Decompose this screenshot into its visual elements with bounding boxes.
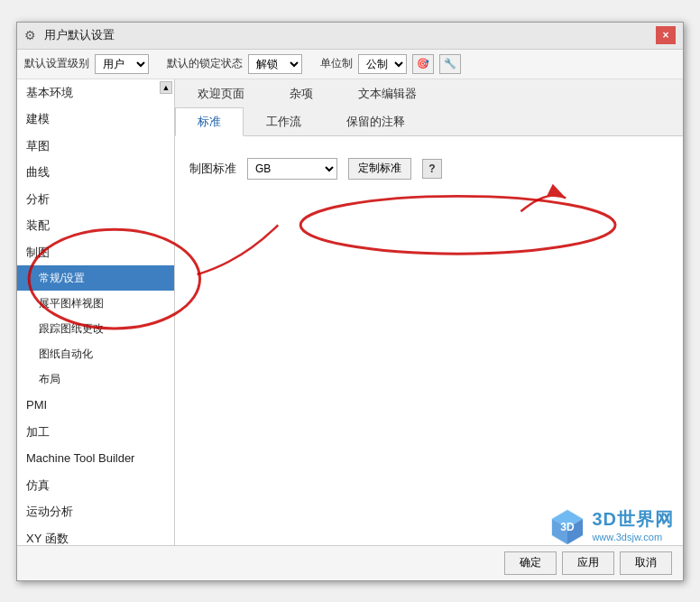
tab-workflow[interactable]: 工作流 [244,107,324,136]
sidebar-item-machine-tool-builder[interactable]: Machine Tool Builder [17,445,174,472]
toolbar-icon1-button[interactable]: 🎯 [412,54,434,74]
drawing-standard-row: 制图标准 GB 定制标准 ? [189,158,668,180]
sidebar: ▲ 基本环境 建模 草图 曲线 分析 装配 [17,79,175,545]
sidebar-item-simulation[interactable]: 仿真 [17,472,174,499]
svg-text:3D: 3D [561,521,576,533]
main-content: ▲ 基本环境 建模 草图 曲线 分析 装配 [17,79,683,545]
tab-content: 制图标准 GB 定制标准 ? [175,136,683,545]
watermark-brand: 3D世界网 [592,507,674,532]
tab-text-editor[interactable]: 文本编辑器 [336,79,439,108]
watermark-cube-icon: 3D [548,506,586,544]
sidebar-item-drawing-automation[interactable]: 图纸自动化 [17,341,174,366]
title-bar: ⚙ 用户默认设置 × [17,23,683,50]
sidebar-item-track-changes[interactable]: 跟踪图纸更改 [17,316,174,341]
custom-standard-button[interactable]: 定制标准 [348,158,411,180]
tab-standard[interactable]: 标准 [175,107,244,136]
dialog: ⚙ 用户默认设置 × 默认设置级别 用户 默认的锁定状态 解锁 单位制 公制 🎯… [16,22,684,581]
right-panel: 欢迎页面 杂项 文本编辑器 标准 工作流 保留的注释 制图标准 GB 定制标准 … [175,79,683,545]
drawing-standard-select[interactable]: GB [247,158,337,180]
tab-retained-annotation[interactable]: 保留的注释 [324,107,428,136]
tabs-row2: 标准 工作流 保留的注释 [175,107,683,136]
ok-button[interactable]: 确定 [504,551,557,575]
drawing-standard-label: 制图标准 [189,161,236,177]
tabs-row1: 欢迎页面 杂项 文本编辑器 [175,79,683,107]
lock-label: 默认的锁定状态 [167,56,243,71]
watermark: 3D 3D世界网 www.3dsjw.com [548,506,674,544]
bottom-bar: 3D 3D世界网 www.3dsjw.com 确定 应用 取消 [17,545,683,580]
gear-icon: ⚙ [24,28,39,42]
sidebar-item-analysis[interactable]: 分析 [17,186,174,213]
lock-select[interactable]: 解锁 [248,54,302,74]
sidebar-item-drafting[interactable]: 制图 [17,239,174,266]
sidebar-container: ▲ 基本环境 建模 草图 曲线 分析 装配 [17,79,175,545]
level-select[interactable]: 用户 [95,54,149,74]
sidebar-item-basic-env[interactable]: 基本环境 [17,79,174,107]
sidebar-item-xy-function[interactable]: XY 函数 [17,525,174,545]
apply-button[interactable]: 应用 [562,551,614,575]
sidebar-item-machining[interactable]: 加工 [17,419,174,446]
sidebar-item-layout[interactable]: 布局 [17,366,174,392]
sidebar-item-sketch[interactable]: 草图 [17,133,174,160]
unit-select[interactable]: 公制 [358,54,407,74]
tab-misc[interactable]: 杂项 [267,79,336,108]
tab-welcome[interactable]: 欢迎页面 [175,79,267,108]
sidebar-item-pmi[interactable]: PMI [17,392,174,419]
toolbar-icon2-button[interactable]: 🔧 [439,54,461,74]
help-button[interactable]: ? [422,159,442,179]
unit-label: 单位制 [320,56,353,71]
cancel-button[interactable]: 取消 [620,551,672,575]
sidebar-item-motion-analysis[interactable]: 运动分析 [17,498,174,525]
close-button[interactable]: × [656,26,676,44]
dialog-title: 用户默认设置 [44,27,656,43]
sidebar-item-general-settings[interactable]: 常规/设置 [17,265,174,291]
toolbar: 默认设置级别 用户 默认的锁定状态 解锁 单位制 公制 🎯 🔧 [17,50,683,79]
watermark-url: www.3dsjw.com [592,532,662,542]
level-label: 默认设置级别 [24,56,89,71]
sidebar-item-flat-view[interactable]: 展平图样视图 [17,291,174,316]
watermark-text-stack: 3D世界网 www.3dsjw.com [592,507,674,542]
sidebar-scroll-up[interactable]: ▲ [160,81,172,94]
sidebar-item-assembly[interactable]: 装配 [17,212,174,239]
sidebar-item-modeling[interactable]: 建模 [17,106,174,133]
sidebar-item-curve[interactable]: 曲线 [17,159,174,186]
